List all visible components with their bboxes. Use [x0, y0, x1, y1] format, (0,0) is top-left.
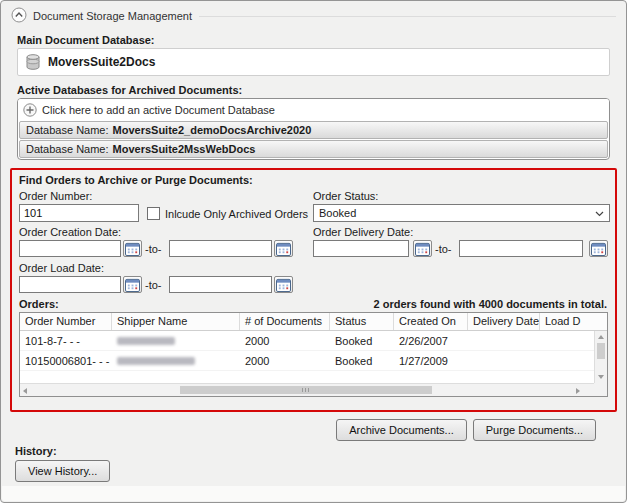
collapse-button[interactable] [10, 7, 28, 25]
column-header-shipper-name[interactable]: Shipper Name [112, 313, 240, 330]
archived-db-row[interactable]: Database Name: MoversSuite2MssWebDocs [19, 140, 608, 158]
calendar-icon [125, 242, 140, 256]
delivery-to-date-picker-button[interactable] [589, 240, 608, 257]
orders-table-header: Order Number Shipper Name # of Documents… [20, 313, 607, 331]
archive-documents-button[interactable]: Archive Documents... [336, 419, 467, 441]
delivery-date-label: Order Delivery Date: [313, 226, 413, 238]
db-row-name: MoversSuite2MssWebDocs [113, 143, 256, 155]
cell-order-number: 101-8-7- - - [20, 331, 112, 350]
orders-summary: 2 orders found with 4000 documents in to… [374, 298, 607, 310]
scroll-up-arrow-icon [598, 335, 604, 339]
add-database-row[interactable]: Click here to add an active Document Dat… [18, 99, 609, 120]
main-db-name: MoversSuite2Docs [48, 55, 155, 69]
db-row-prefix: Database Name: [26, 124, 109, 136]
history-label: History: [15, 445, 57, 457]
orders-label: Orders: [19, 298, 59, 310]
load-to-date-picker-button[interactable] [274, 276, 293, 293]
load-from-date-picker-button[interactable] [123, 276, 142, 293]
calendar-icon [276, 242, 291, 256]
document-storage-management-panel: Document Storage Management Main Documen… [0, 0, 627, 503]
creation-from-date-picker-button[interactable] [123, 240, 142, 257]
include-archived-label: Inlcude Only Archived Orders [165, 208, 308, 220]
cell-documents: 2000 [240, 331, 330, 350]
column-header-order-number[interactable]: Order Number [20, 313, 112, 330]
header-divider [199, 16, 616, 17]
chevron-up-icon [11, 7, 27, 23]
db-row-name: MoversSuite2_demoDocsArchive2020 [113, 124, 312, 136]
delivery-date-from-input[interactable] [313, 240, 409, 257]
table-row[interactable]: 10150006801- - - 2000 Booked 1/27/2009 [20, 351, 607, 371]
db-row-prefix: Database Name: [26, 143, 109, 155]
database-icon [26, 54, 40, 70]
order-status-label: Order Status: [313, 190, 378, 202]
order-status-select[interactable]: Booked [313, 204, 610, 222]
redacted-shipper-name [117, 357, 195, 365]
footer-area [2, 486, 625, 501]
order-number-input[interactable] [19, 204, 139, 222]
view-history-button[interactable]: View History... [15, 460, 110, 482]
find-section-label: Find Orders to Archive or Purge Document… [19, 174, 253, 186]
load-date-label: Order Load Date: [19, 262, 104, 274]
creation-date-label: Order Creation Date: [19, 226, 121, 238]
cell-created-on: 1/27/2009 [394, 351, 468, 370]
cell-delivery-date [468, 331, 540, 350]
chevron-down-icon [595, 211, 604, 217]
creation-date-to-input[interactable] [169, 240, 272, 257]
main-db-label: Main Document Database: [17, 34, 155, 46]
creation-to-date-picker-button[interactable] [274, 240, 293, 257]
range-separator: -to- [145, 279, 162, 291]
cell-load-date [540, 331, 594, 350]
column-header-status[interactable]: Status [330, 313, 394, 330]
range-separator: -to- [435, 243, 452, 255]
column-header-load-date[interactable]: Load D [540, 313, 594, 330]
order-number-label: Order Number: [19, 190, 92, 202]
column-header-created-on[interactable]: Created On [394, 313, 468, 330]
delivery-from-date-picker-button[interactable] [413, 240, 432, 257]
calendar-icon [125, 278, 140, 292]
action-buttons: Archive Documents... Purge Documents... [336, 419, 596, 441]
archived-db-row[interactable]: Database Name: MoversSuite2_demoDocsArch… [19, 121, 608, 139]
main-db-box: MoversSuite2Docs [17, 48, 610, 76]
cell-order-number: 10150006801- - - [20, 351, 112, 370]
table-row[interactable]: 101-8-7- - - 2000 Booked 2/26/2007 [20, 331, 607, 351]
order-status-value: Booked [319, 207, 356, 219]
cell-status: Booked [330, 331, 394, 350]
redacted-shipper-name [117, 337, 175, 345]
creation-date-from-input[interactable] [19, 240, 121, 257]
cell-shipper-name [112, 351, 240, 370]
horizontal-scrollbar[interactable] [20, 383, 596, 396]
find-orders-section: Find Orders to Archive or Purge Document… [10, 168, 617, 412]
cell-delivery-date [468, 351, 540, 370]
column-header-delivery-date[interactable]: Delivery Date [468, 313, 540, 330]
horizontal-scroll-thumb[interactable] [180, 386, 432, 394]
cell-status: Booked [330, 351, 394, 370]
column-header-documents[interactable]: # of Documents [240, 313, 330, 330]
delivery-date-to-input[interactable] [459, 240, 583, 257]
scroll-right-arrow-icon [576, 388, 580, 394]
range-separator: -to- [145, 243, 162, 255]
add-database-label: Click here to add an active Document Dat… [42, 104, 275, 116]
load-date-from-input[interactable] [19, 276, 121, 293]
archived-dbs-label: Active Databases for Archived Documents: [17, 84, 242, 96]
cell-load-date [540, 351, 594, 370]
vertical-scrollbar[interactable] [594, 331, 607, 383]
scroll-left-arrow-icon [23, 388, 27, 394]
orders-table: Order Number Shipper Name # of Documents… [19, 312, 608, 397]
add-plus-icon [23, 103, 37, 117]
scroll-down-arrow-icon [598, 375, 604, 379]
cell-documents: 2000 [240, 351, 330, 370]
cell-shipper-name [112, 331, 240, 350]
archived-dbs-list: Click here to add an active Document Dat… [17, 98, 610, 160]
vertical-scroll-thumb[interactable] [597, 343, 605, 359]
include-archived-checkbox[interactable] [147, 207, 160, 220]
purge-documents-button[interactable]: Purge Documents... [473, 419, 596, 441]
calendar-icon [415, 242, 430, 256]
scrollbar-corner [594, 383, 607, 396]
cell-created-on: 2/26/2007 [394, 331, 468, 350]
panel-title: Document Storage Management [33, 10, 192, 22]
calendar-icon [591, 242, 606, 256]
calendar-icon [276, 278, 291, 292]
load-date-to-input[interactable] [169, 276, 272, 293]
